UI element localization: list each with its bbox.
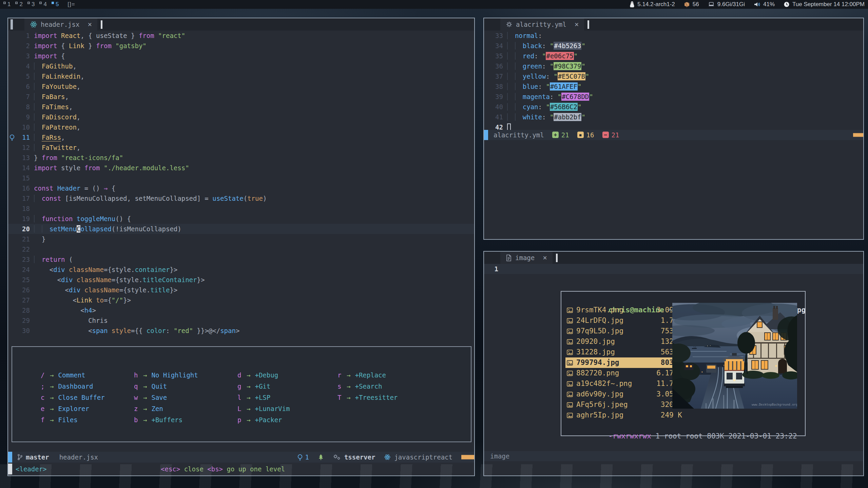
whichkey-binding-T[interactable]: T→+Treesitter [337,392,398,403]
whichkey-binding-s[interactable]: s→+Search [337,380,398,392]
workspace-3[interactable]: 3 [27,1,35,8]
code-line-1[interactable]: 1import React, { useState } from "react" [8,31,474,41]
cmdline-hint: <bs> [207,465,223,473]
close-icon[interactable]: × [88,20,92,28]
tabline-image: image × [484,252,863,264]
sign-column [8,265,16,275]
code-line-4[interactable]: 4 FaGithub, [8,61,474,71]
cmdline-image[interactable] [484,461,863,475]
code-line-5[interactable]: 5 FaLinkedin, [8,71,474,81]
code-line-29[interactable]: 29 Chris [8,315,474,326]
code-line-36[interactable]: 36 green: "#98C379" [484,61,863,71]
code-line-34[interactable]: 34 black: "#4b5263" [484,41,863,51]
scroll-position-marker[interactable] [461,455,474,460]
line-number: 39 [484,92,503,102]
workspace-1[interactable]: 1 [3,1,11,8]
whichkey-binding-e[interactable]: e→Explorer [41,403,134,414]
code-line-15[interactable]: 15 [8,173,474,183]
file-row-9rsmTK4.png[interactable]: 9rsmTK4.png3.09 M [565,305,682,315]
code-line-17[interactable]: 17 const [isMenuCollapsed, setMenuCollap… [8,193,474,203]
code-line-11[interactable]: 11 FaRss, [8,132,474,142]
code-line-27[interactable]: 27 <Link to={"/"}> [8,295,474,305]
scroll-position-marker[interactable] [853,133,863,137]
code-line-16[interactable]: 16const Header = () ⇒ { [8,183,474,193]
file-row-20920.jpg[interactable]: 20920.jpg132 K [565,336,682,347]
whichkey-binding-;[interactable]: ;→Dashboard [41,380,134,392]
file-row-882720.png[interactable]: 882720.png6.17 M [565,368,682,378]
file-row-24LrDFQ.jpg[interactable]: 24LrDFQ.jpg1.7 M [565,315,682,326]
code-line-25[interactable]: 25 <div className={style.titleContainer}… [8,275,474,285]
file-row-a19c482f~.png[interactable]: a19c482f~.png11.7 M [565,378,682,389]
tab-alacritty-yml[interactable]: alacritty.yml × [500,18,584,31]
code-buffer-image[interactable]: 1 chris@machine ~/Pictures/wallpapers/79… [484,264,863,451]
code-line-7[interactable]: 7 FaBars, [8,92,474,102]
whichkey-binding-f[interactable]: f→Files [41,414,134,425]
whichkey-binding-r[interactable]: r→+Replace [337,369,398,380]
code-line-38[interactable]: 38 blue: "#61AFEF" [484,81,863,92]
workspace-2[interactable]: 2 [15,1,22,8]
tabline-scroll-thumb[interactable] [11,19,13,30]
code-line-24[interactable]: 24 <div className={style.container}> [8,265,474,275]
code-line-28[interactable]: 28 <h4> [8,305,474,315]
code-line-6[interactable]: 6 FaYoutube, [8,81,474,92]
file-row-ad6v90y.jpg[interactable]: ad6v90y.jpg3.05 M [565,389,682,399]
code-line-20[interactable]: 20 setMenuCollapsed(!isMenuCollapsed) [8,224,474,234]
code-line-37[interactable]: 37 yellow: "#E5C07B" [484,71,863,81]
whichkey-binding-c[interactable]: c→Close Buffer [41,392,134,403]
arrow-icon: → [347,383,350,390]
code-line-35[interactable]: 35 red: "#e06c75" [484,51,863,61]
workspace-4[interactable]: 4 [39,1,46,8]
file-row-aghr5Ip.jpg[interactable]: aghr5Ip.jpg249 K [565,410,682,421]
code-line-19[interactable]: 19 function toggleMenu() { [8,214,474,224]
whichkey-binding-L[interactable]: L→+LunarVim [237,403,337,414]
file-row-31228.jpg[interactable]: 31228.jpg563 K [565,347,682,357]
code-line-13[interactable]: 13} from "react-icons/fa" [8,153,474,163]
whichkey-binding-b[interactable]: b→+Buffers [134,414,237,425]
tab-image[interactable]: image × [500,252,553,264]
file-row-AFq5r6j.jpeg[interactable]: AFq5r6j.jpeg320 K [565,399,682,410]
code-line-26[interactable]: 26 <div className={style.title}> [8,285,474,295]
cmdline-alacritty[interactable] [484,140,863,239]
file-row-799794.jpg[interactable]: 799794.jpg803 K [565,357,682,368]
code-line-22[interactable]: 22 [8,244,474,254]
code-line-21[interactable]: 21 } [8,234,474,244]
code-line-10[interactable]: 10 FaPatreon, [8,122,474,132]
code-line-14[interactable]: 14import style from "./header.module.les… [8,163,474,173]
code-line-41[interactable]: 41 white: "#abb2bf" [484,112,863,122]
whichkey-binding-d[interactable]: d→+Debug [237,369,337,380]
whichkey-binding-g[interactable]: g→+Git [237,380,337,392]
whichkey-binding-h[interactable]: h→No Highlight [134,369,237,380]
file-row-97q9L5D.jpg[interactable]: 97q9L5D.jpg753 K [565,326,682,336]
whichkey-binding-/[interactable]: /→Comment [41,369,134,380]
workspace-5[interactable]: 5 [52,1,59,8]
code-line-33[interactable]: 33 normal: [484,31,863,41]
whichkey-binding-z[interactable]: z→Zen [134,403,237,414]
code-line-42[interactable]: 42 [484,122,863,130]
whichkey-binding-l[interactable]: l→+LSP [237,392,337,403]
code-line-2[interactable]: 2import { Link } from "gatsby" [8,41,474,51]
arrow-icon: → [347,371,350,379]
code-line-40[interactable]: 40 cyan: "#56B6C2" [484,102,863,112]
whichkey-binding-p[interactable]: p→+Packer [237,414,337,425]
file-name: 882720.png [576,368,648,378]
code-buffer-alacritty[interactable]: 33 normal:34 black: "#4b5263"35 red: "#e… [484,31,863,130]
code-line-3[interactable]: 3import { [8,51,474,61]
code-line-9[interactable]: 9 FaDiscord, [8,112,474,122]
whichkey-binding-q[interactable]: q→Quit [134,380,237,392]
code-line-30[interactable]: 30 <span style={{ color: "red" }}>@</spa… [8,326,474,336]
code-line-18[interactable]: 18 [8,203,474,214]
close-icon[interactable]: × [543,254,547,262]
filetype-icon [384,454,391,461]
layout-symbol[interactable]: []= [67,1,75,8]
code-line-12[interactable]: 12 FaTwitter, [8,142,474,153]
code-line-1[interactable]: 1 [484,264,863,274]
code-buffer-header[interactable]: 1import React, { useState } from "react"… [8,31,474,452]
lightbulb-icon[interactable] [8,132,16,142]
close-icon[interactable]: × [575,20,579,28]
cmdline-header[interactable]: <leader> <esc> close <bs> go up one leve… [8,463,474,475]
code-line-39[interactable]: 39 magenta: "#C678DD" [484,92,863,102]
code-line-8[interactable]: 8 FaTimes, [8,102,474,112]
whichkey-binding-w[interactable]: w→Save [134,392,237,403]
code-line-23[interactable]: 23 return ( [8,254,474,265]
tab-header-jsx[interactable]: header.jsx × [24,18,97,31]
